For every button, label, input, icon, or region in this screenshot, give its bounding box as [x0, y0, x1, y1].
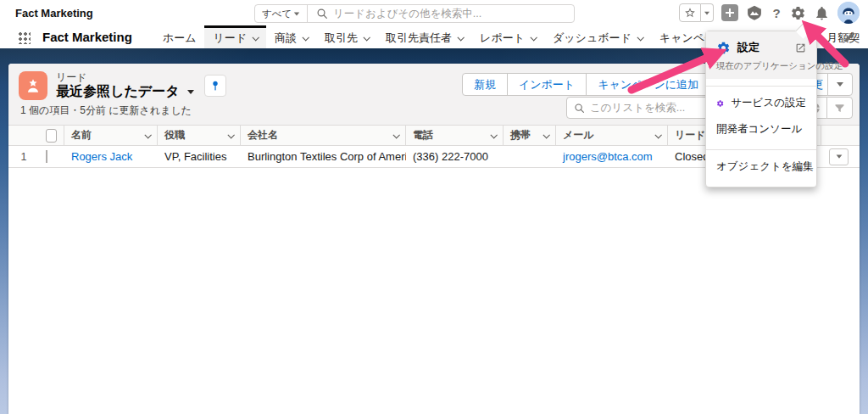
setup-blue-gear-icon — [716, 41, 731, 55]
row-actions-cell — [821, 148, 860, 165]
row-number: 1 — [8, 151, 39, 163]
search-scope-button[interactable]: すべて — [255, 5, 308, 22]
service-purple-gear-icon — [716, 97, 724, 110]
setup-gear-icon[interactable] — [790, 5, 806, 21]
chevron-down-icon — [637, 34, 643, 41]
chevron-down-icon — [144, 131, 151, 138]
list-view-title: 最近参照したデータ — [56, 83, 180, 100]
chevron-down-icon — [364, 34, 370, 41]
menu-item-developer-console-label: 開発者コンソール — [716, 122, 802, 137]
search-icon — [574, 103, 585, 114]
menu-item-service-setup[interactable]: サービスの設定 — [706, 90, 816, 116]
new-button[interactable]: 新規 — [462, 73, 508, 96]
filter-icon[interactable] — [826, 97, 853, 119]
chevron-down-icon — [392, 131, 399, 138]
pin-list-button[interactable] — [204, 75, 226, 97]
list-view-selector[interactable]: 最近参照したデータ — [56, 83, 194, 100]
guidance-center-icon[interactable] — [746, 4, 763, 21]
row-checkbox[interactable] — [46, 150, 47, 163]
row-actions-button[interactable] — [829, 148, 849, 165]
favorites-group — [679, 3, 714, 22]
tab-opportunities[interactable]: 商談 — [266, 25, 316, 48]
tab-leads[interactable]: リード — [204, 25, 266, 48]
row-actions-header — [821, 126, 860, 145]
row-select-cell — [39, 150, 64, 163]
cell-title: VP, Facilities — [158, 150, 241, 163]
column-header-company[interactable]: 会社名 — [241, 126, 406, 145]
global-search-input[interactable] — [328, 7, 574, 20]
tab-accounts[interactable]: 取引先 — [316, 25, 377, 48]
lead-name-link[interactable]: Rogers Jack — [71, 150, 132, 163]
search-icon — [316, 8, 328, 20]
window-title: Fact Marketing — [15, 7, 93, 20]
menu-divider — [706, 149, 816, 150]
chevron-down-icon — [654, 131, 661, 138]
object-label: リード — [56, 71, 194, 83]
add-to-campaign-button[interactable]: キャンペーンに追加 — [586, 73, 710, 96]
menu-item-edit-object[interactable]: オブジェクトを編集 — [706, 154, 816, 180]
chevron-down-icon — [253, 34, 259, 41]
global-header-icons: ? — [679, 3, 860, 23]
chevron-down-icon — [542, 131, 549, 138]
caret-down-icon — [294, 12, 299, 15]
notifications-bell-icon[interactable] — [814, 5, 830, 21]
caret-down-icon — [837, 82, 843, 87]
select-all-header — [39, 126, 64, 145]
tab-dashboards[interactable]: ダッシュボード — [544, 25, 651, 48]
table-empty-area — [8, 168, 860, 397]
chevron-down-icon — [458, 34, 465, 41]
app-name: Fact Marketing — [42, 30, 132, 44]
edit-nav-pencil-icon[interactable] — [843, 31, 856, 43]
menu-item-developer-console[interactable]: 開発者コンソール — [706, 116, 816, 143]
favorites-star-icon[interactable] — [679, 3, 701, 22]
salesforce-app-window: Fact Marketing すべて — [0, 0, 868, 414]
help-icon[interactable]: ? — [771, 6, 782, 20]
chevron-down-icon — [303, 34, 309, 41]
caret-down-icon — [187, 90, 194, 94]
email-link[interactable]: jrogers@btca.com — [563, 150, 653, 163]
cell-phone: (336) 222-7000 — [406, 150, 504, 163]
menu-item-setup[interactable]: 設定 現在のアプリケーションの設定 — [706, 31, 816, 79]
chevron-down-icon — [227, 131, 234, 138]
column-header-title[interactable]: 役職 — [158, 126, 241, 145]
setup-menu: 設定 現在のアプリケーションの設定 サービスの設定 開発者コンソール オブジェク… — [705, 31, 817, 187]
menu-item-service-setup-label: サービスの設定 — [731, 96, 806, 110]
menu-item-setup-sublabel: 現在のアプリケーションの設定 — [716, 60, 806, 72]
column-header-phone[interactable]: 電話 — [406, 126, 504, 145]
chevron-down-icon — [490, 131, 497, 138]
search-scope-label: すべて — [262, 8, 292, 20]
chevron-down-icon — [530, 34, 537, 41]
menu-item-setup-label: 設定 — [737, 40, 788, 55]
user-avatar[interactable] — [837, 2, 860, 24]
global-actions-plus-icon[interactable] — [721, 4, 738, 21]
list-search — [566, 97, 717, 119]
tab-reports[interactable]: レポート — [471, 25, 544, 48]
more-actions-caret-button[interactable] — [827, 73, 853, 96]
favorites-caret-icon[interactable] — [701, 3, 714, 22]
column-header-name[interactable]: 名前 — [64, 126, 158, 145]
import-button[interactable]: インポート — [507, 73, 587, 96]
lead-object-icon — [19, 71, 47, 100]
list-view-titles: リード 最近参照したデータ — [56, 71, 194, 100]
external-link-icon — [795, 42, 806, 53]
cell-company: Burlington Textiles Corp of America — [241, 150, 406, 163]
caret-down-icon — [836, 154, 842, 158]
column-header-email[interactable]: メール — [556, 126, 668, 145]
global-search: すべて — [254, 4, 575, 23]
select-all-checkbox[interactable] — [46, 129, 57, 143]
row-number-header — [8, 126, 39, 145]
item-count-status: 1 個の項目・5分前 に更新されました — [20, 104, 192, 118]
global-header: Fact Marketing すべて — [0, 0, 868, 25]
tab-home[interactable]: ホーム — [154, 25, 205, 48]
tab-contacts[interactable]: 取引先責任者 — [377, 25, 471, 48]
column-header-mobile[interactable]: 携帯 — [504, 126, 556, 145]
menu-divider — [706, 86, 816, 87]
menu-item-edit-object-label: オブジェクトを編集 — [716, 159, 814, 174]
app-launcher-icon[interactable] — [0, 25, 39, 48]
